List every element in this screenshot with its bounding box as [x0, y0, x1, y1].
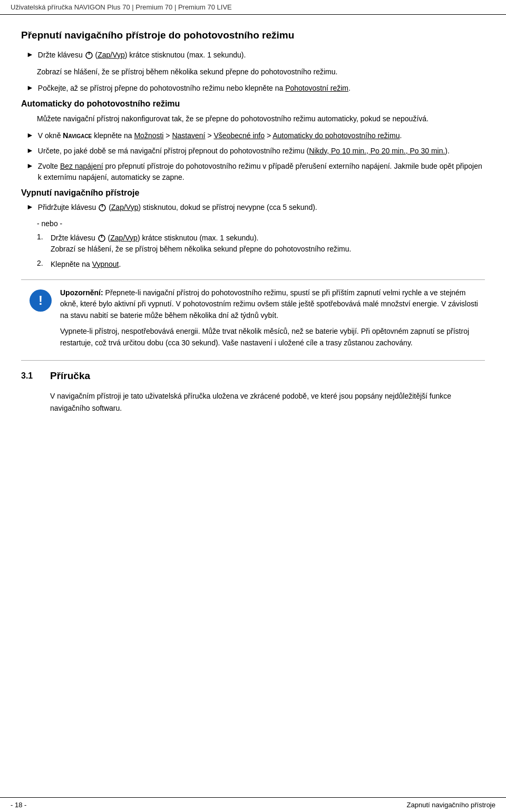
bullet-item-1: ► Držte klávesu (Zap/Vyp) krátce stisknu…	[21, 50, 485, 61]
num-text-2: Klepněte na Vypnout.	[51, 259, 485, 270]
vypnuti-bullet-list: ► Přidržujte klávesu (Zap/Vyp) stisknuto…	[21, 202, 485, 213]
or-separator: - nebo -	[37, 218, 485, 229]
numbered-item-2: 2. Klepněte na Vypnout.	[37, 259, 485, 270]
section-31-num: 3.1	[21, 370, 50, 381]
auto-bullet-text-3: Zvolte Bez napájení pro přepnutí přístro…	[38, 161, 485, 183]
bullet-text-1: Držte klávesu (Zap/Vyp) krátce stisknuto…	[38, 50, 485, 61]
vypnuti-title: Vypnutí navigačního přístroje	[21, 188, 485, 198]
section-31-content: Příručka V navigačním přístroji je tato …	[50, 370, 485, 419]
svg-rect-1	[89, 52, 90, 55]
auto-bullet-1: ► V okně Navigace klepněte na Možnosti >…	[21, 130, 485, 141]
warning-block: ! Upozornění: Přepnete-li navigační přís…	[21, 279, 485, 361]
svg-rect-3	[102, 204, 103, 207]
vypnuti-bullet-1: ► Přidržujte klávesu (Zap/Vyp) stisknuto…	[21, 202, 485, 213]
para-1: Zobrazí se hlášení, že se přístroj během…	[37, 66, 485, 78]
numbered-item-1: 1. Držte klávesu (Zap/Vyp) krátce stiskn…	[37, 233, 485, 255]
intro-bullet-list: ► Držte klávesu (Zap/Vyp) krátce stisknu…	[21, 50, 485, 61]
bullet-item-2: ► Počkejte, až se přístroj přepne do poh…	[21, 83, 485, 94]
numbered-list: 1. Držte klávesu (Zap/Vyp) krátce stiskn…	[37, 233, 485, 270]
header-title: Uživatelská příručka NAVIGON Plus 70 | P…	[11, 3, 232, 11]
warning-para-2: Vypnete-li přístroj, nespotřebovává ener…	[60, 326, 480, 349]
bullet-text-2: Počkejte, až se přístroj přepne do pohot…	[38, 83, 485, 94]
warning-para-1: Upozornění: Přepnete-li navigační přístr…	[60, 287, 480, 322]
page-wrapper: Uživatelská příručka NAVIGON Plus 70 | P…	[0, 0, 506, 812]
bullet-arrow-2: ►	[26, 83, 34, 92]
section-31: 3.1 Příručka V navigačním přístroji je t…	[21, 370, 485, 419]
footer-chapter: Zapnutí navigačního přístroje	[407, 801, 495, 809]
page-header: Uživatelská příručka NAVIGON Plus 70 | P…	[0, 0, 506, 15]
vypnuti-bullet-text-1: Přidržujte klávesu (Zap/Vyp) stisknutou,…	[38, 202, 485, 213]
auto-bullet-text-1: V okně Navigace klepněte na Možnosti > N…	[38, 130, 485, 141]
warning-text: Upozornění: Přepnete-li navigační přístr…	[60, 287, 480, 353]
auto-bullet-3: ► Zvolte Bez napájení pro přepnutí příst…	[21, 161, 485, 183]
svg-rect-5	[101, 235, 102, 238]
warning-icon-wrap: !	[26, 287, 55, 312]
num-text-1: Držte klávesu (Zap/Vyp) krátce stisknuto…	[51, 233, 485, 255]
num-sub-1: Zobrazí se hlášení, že se přístroj během…	[51, 245, 351, 253]
num-1: 1.	[37, 233, 46, 241]
auto-para: Můžete navigační přístroj nakonfigurovat…	[37, 113, 485, 124]
auto-bullet-text-2: Určete, po jaké době se má navigační pří…	[38, 146, 485, 157]
page-footer: - 18 - Zapnutí navigačního přístroje	[0, 797, 506, 812]
main-section-title: Přepnutí navigačního přístroje do pohoto…	[21, 30, 485, 41]
footer-page-number: - 18 -	[11, 801, 26, 809]
navigace-label: Navigace	[63, 131, 92, 140]
bullet-arrow-1: ►	[26, 50, 34, 59]
vypnuti-arrow-1: ►	[26, 202, 34, 211]
auto-bullet-arrow-1: ►	[26, 131, 34, 139]
power-icon-2	[98, 204, 106, 212]
auto-bullet-2: ► Určete, po jaké době se má navigační p…	[21, 146, 485, 157]
auto-section-title: Automaticky do pohotovostního režimu	[21, 99, 485, 109]
section-31-title: Příručka	[50, 370, 485, 382]
warning-label: Upozornění:	[60, 288, 103, 297]
auto-bullet-arrow-3: ►	[26, 161, 34, 170]
auto-bullet-arrow-2: ►	[26, 146, 34, 154]
section-31-para: V navigačním přístroji je tato uživatels…	[50, 390, 485, 414]
power-icon-3	[98, 234, 106, 243]
bullet-list-2: ► Počkejte, až se přístroj přepne do poh…	[21, 83, 485, 94]
main-content: Přepnutí navigačního přístroje do pohoto…	[0, 15, 506, 797]
num-2: 2.	[37, 259, 46, 267]
warning-icon: !	[30, 289, 52, 312]
power-icon-1	[85, 51, 93, 60]
auto-bullet-list: ► V okně Navigace klepněte na Možnosti >…	[21, 130, 485, 183]
